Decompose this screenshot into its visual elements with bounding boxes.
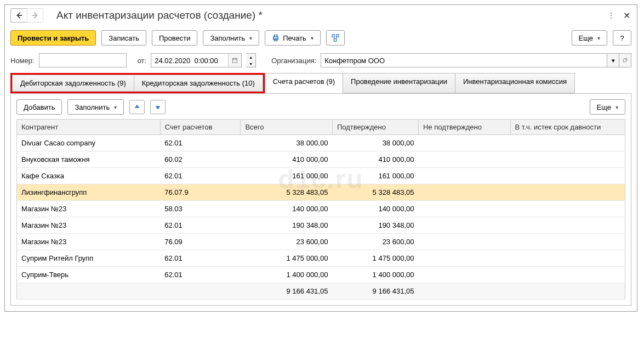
number-input[interactable] [39,53,127,67]
table-row[interactable]: Лизингфинансгрупп76.07.95 328 483,055 32… [17,184,625,201]
move-down-button[interactable] [150,100,166,114]
fill-button[interactable]: Заполнить [203,30,259,46]
arrow-down-icon [154,103,162,111]
more-label: Еще [579,34,593,42]
org-open-button[interactable] [619,53,631,67]
cell-counterparty: Суприм Ритейл Групп [17,250,161,267]
titlebar: Акт инвентаризации расчетов (создание) *… [5,5,637,26]
table-row[interactable]: Магазин №2358.03140 000,00140 000,00 [17,201,625,217]
cell-expired [510,168,625,184]
svg-rect-4 [275,39,277,41]
cell-total: 190 348,00 [241,217,333,234]
more-button[interactable]: Еще [572,30,607,46]
cell-confirmed: 190 348,00 [332,217,418,234]
calendar-icon [232,57,238,64]
cell-account: 58.03 [160,201,241,217]
th-counterparty[interactable]: Контрагент [17,120,161,135]
arrow-up-icon [133,103,141,111]
cell-confirmed: 5 328 483,05 [332,184,418,201]
footer-confirmed: 9 166 431,05 [332,283,418,300]
cell-counterparty: Кафе Сказка [17,168,161,184]
cell-confirmed: 23 600,00 [332,234,418,250]
svg-rect-5 [332,35,334,37]
th-account[interactable]: Счет расчетов [160,120,241,135]
org-label: Организация: [271,57,316,65]
cell-total: 410 000,00 [241,151,333,168]
date-input[interactable] [151,54,228,67]
move-up-button[interactable] [129,100,145,114]
tab-commission[interactable]: Инвентаризационная комиссия [455,73,575,93]
cell-counterparty: Внуковская таможня [17,151,161,168]
cell-counterparty: Магазин №23 [17,201,161,217]
help-icon: ? [620,34,624,42]
tab-toolbar: Добавить Заполнить Еще [16,99,625,115]
org-input[interactable]: Конфетпром ООО [321,53,607,67]
calendar-button[interactable] [228,54,241,67]
nav-forward-button[interactable] [27,8,43,22]
cell-counterparty: Лизингфинансгрупп [17,184,161,201]
arrow-left-icon [15,12,23,19]
table-footer-row: 9 166 431,05 9 166 431,05 [17,283,625,300]
print-label: Печать [283,34,306,42]
number-label: Номер: [10,57,35,65]
open-icon [623,57,628,64]
tab-debit[interactable]: Дебиторская задолженность (9) [12,75,134,92]
structure-button[interactable] [326,30,345,46]
tabs: Дебиторская задолженность (9) Кредиторск… [5,73,637,93]
nav-back-button[interactable] [10,8,27,22]
org-dropdown-button[interactable]: ▾ [607,53,619,67]
help-button[interactable]: ? [613,30,631,46]
table-row[interactable]: Divuar Cacao company62.0138 000,0038 000… [17,135,625,151]
form-row: Номер: от: ▲ ▼ Организация: Конфетпром О… [5,50,637,71]
cell-account: 62.01 [160,267,241,283]
footer-total: 9 166 431,05 [241,283,333,300]
write-button[interactable]: Записать [101,30,146,46]
cell-unconfirmed [418,151,510,168]
svg-rect-14 [623,59,626,62]
data-table: Контрагент Счет расчетов Всего Подтвержд… [16,119,625,300]
tab-fill-button[interactable]: Заполнить [67,99,124,115]
cell-confirmed: 1 475 000,00 [332,250,418,267]
table-row[interactable]: Суприм-Тверь62.011 400 000,001 400 000,0… [17,267,625,283]
cell-confirmed: 161 000,00 [332,168,418,184]
tab-content: Добавить Заполнить Еще Контрагент Счет р… [10,93,631,306]
tab-more-label: Еще [597,103,611,111]
cell-confirmed: 1 400 000,00 [332,267,418,283]
th-expired[interactable]: В т.ч. истек срок давности [510,120,625,135]
cell-total: 161 000,00 [241,168,333,184]
date-field [151,53,242,67]
cell-total: 140 000,00 [241,201,333,217]
cell-counterparty: Магазин №23 [17,217,161,234]
date-stepper: ▲ ▼ [246,53,256,67]
post-button[interactable]: Провести [152,30,198,46]
table-row[interactable]: Магазин №2376.0923 600,0023 600,00 [17,234,625,250]
th-total[interactable]: Всего [241,120,333,135]
table-row[interactable]: Внуковская таможня60.02410 000,00410 000… [17,151,625,168]
th-unconfirmed[interactable]: Не подтверждено [418,120,510,135]
cell-account: 62.01 [160,168,241,184]
cell-account: 60.02 [160,151,241,168]
tab-accounts[interactable]: Счета расчетов (9) [265,73,343,93]
cell-unconfirmed [418,267,510,283]
tab-credit[interactable]: Кредиторская задолженность (10) [134,75,263,92]
cell-confirmed: 140 000,00 [332,201,418,217]
cell-account: 76.07.9 [160,184,241,201]
cell-unconfirmed [418,250,510,267]
cell-confirmed: 410 000,00 [332,151,418,168]
close-icon[interactable]: ✕ [622,10,631,20]
cell-unconfirmed [418,201,510,217]
table-row[interactable]: Магазин №2362.01190 348,00190 348,00 [17,217,625,234]
menu-icon[interactable]: ⋮ [606,10,616,20]
from-label: от: [138,57,147,65]
tab-more-button[interactable]: Еще [590,99,625,115]
date-up-button[interactable]: ▲ [246,54,255,60]
th-confirmed[interactable]: Подтверждено [332,120,418,135]
post-close-button[interactable]: Провести и закрыть [10,30,96,46]
add-button[interactable]: Добавить [16,99,62,115]
table-row[interactable]: Кафе Сказка62.01161 000,00161 000,00 [17,168,625,184]
cell-unconfirmed [418,184,510,201]
tab-inventory[interactable]: Проведение инвентаризации [343,73,455,93]
table-row[interactable]: Суприм Ритейл Групп62.011 475 000,001 47… [17,250,625,267]
date-down-button[interactable]: ▼ [246,60,255,67]
print-button[interactable]: Печать [265,30,321,46]
